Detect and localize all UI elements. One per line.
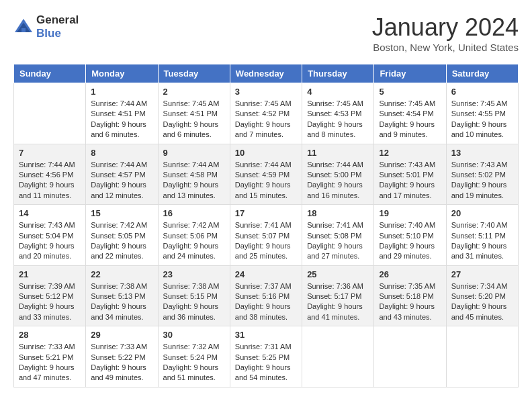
day-content: Sunrise: 7:44 AM Sunset: 4:56 PM Dayligh…	[19, 160, 81, 201]
day-number: 12	[379, 148, 441, 158]
title-area: January 2024 Boston, New York, United St…	[372, 13, 519, 53]
day-number: 2	[163, 87, 225, 97]
day-content: Sunrise: 7:38 AM Sunset: 5:13 PM Dayligh…	[91, 281, 152, 323]
day-content: Sunrise: 7:32 AM Sunset: 5:24 PM Dayligh…	[163, 342, 225, 383]
day-number: 19	[379, 208, 441, 218]
logo-text: General Blue	[36, 13, 79, 40]
day-content: Sunrise: 7:44 AM Sunset: 4:51 PM Dayligh…	[91, 99, 152, 140]
calendar-cell: 3Sunrise: 7:45 AM Sunset: 4:52 PM Daylig…	[230, 83, 302, 144]
calendar-cell: 27Sunrise: 7:34 AM Sunset: 5:20 PM Dayli…	[446, 265, 518, 326]
day-content: Sunrise: 7:37 AM Sunset: 5:16 PM Dayligh…	[235, 281, 297, 323]
day-number: 25	[307, 269, 369, 279]
calendar-cell	[446, 326, 518, 387]
calendar-cell: 14Sunrise: 7:43 AM Sunset: 5:04 PM Dayli…	[14, 205, 86, 266]
calendar-cell: 9Sunrise: 7:44 AM Sunset: 4:58 PM Daylig…	[158, 144, 230, 205]
day-number: 4	[307, 87, 369, 97]
day-number: 1	[91, 87, 152, 97]
day-content: Sunrise: 7:44 AM Sunset: 4:58 PM Dayligh…	[163, 160, 225, 201]
calendar-cell: 5Sunrise: 7:45 AM Sunset: 4:54 PM Daylig…	[374, 83, 446, 144]
calendar-cell: 8Sunrise: 7:44 AM Sunset: 4:57 PM Daylig…	[86, 144, 158, 205]
calendar-cell: 31Sunrise: 7:31 AM Sunset: 5:25 PM Dayli…	[230, 326, 302, 387]
day-number: 22	[91, 269, 152, 279]
day-content: Sunrise: 7:36 AM Sunset: 5:17 PM Dayligh…	[307, 281, 369, 323]
calendar-cell: 15Sunrise: 7:42 AM Sunset: 5:05 PM Dayli…	[86, 205, 158, 266]
day-content: Sunrise: 7:45 AM Sunset: 4:51 PM Dayligh…	[163, 99, 225, 140]
day-number: 21	[19, 269, 81, 279]
calendar-week-5: 28Sunrise: 7:33 AM Sunset: 5:21 PM Dayli…	[14, 326, 519, 387]
month-title: January 2024	[372, 13, 519, 42]
day-header-tuesday: Tuesday	[158, 64, 230, 83]
day-content: Sunrise: 7:44 AM Sunset: 4:57 PM Dayligh…	[91, 160, 152, 201]
logo-blue: Blue	[36, 27, 61, 40]
calendar-cell	[14, 83, 86, 144]
logo-general: General	[36, 13, 79, 26]
calendar-cell: 25Sunrise: 7:36 AM Sunset: 5:17 PM Dayli…	[302, 265, 374, 326]
calendar-cell: 28Sunrise: 7:33 AM Sunset: 5:21 PM Dayli…	[14, 326, 86, 387]
calendar-cell: 23Sunrise: 7:38 AM Sunset: 5:15 PM Dayli…	[158, 265, 230, 326]
day-content: Sunrise: 7:45 AM Sunset: 4:54 PM Dayligh…	[379, 99, 441, 140]
day-number: 27	[451, 269, 513, 279]
day-number: 5	[379, 87, 441, 97]
day-number: 23	[163, 269, 225, 279]
day-content: Sunrise: 7:35 AM Sunset: 5:18 PM Dayligh…	[379, 281, 441, 323]
day-header-sunday: Sunday	[14, 64, 86, 83]
day-content: Sunrise: 7:44 AM Sunset: 5:00 PM Dayligh…	[307, 160, 369, 201]
calendar-cell: 19Sunrise: 7:40 AM Sunset: 5:10 PM Dayli…	[374, 205, 446, 266]
day-number: 20	[451, 208, 513, 218]
day-content: Sunrise: 7:31 AM Sunset: 5:25 PM Dayligh…	[235, 342, 297, 383]
day-content: Sunrise: 7:45 AM Sunset: 4:53 PM Dayligh…	[307, 99, 369, 140]
calendar-cell: 17Sunrise: 7:41 AM Sunset: 5:07 PM Dayli…	[230, 205, 302, 266]
day-content: Sunrise: 7:33 AM Sunset: 5:22 PM Dayligh…	[91, 342, 152, 383]
day-number: 31	[235, 330, 297, 340]
calendar: SundayMondayTuesdayWednesdayThursdayFrid…	[13, 64, 519, 387]
day-number: 26	[379, 269, 441, 279]
calendar-cell: 22Sunrise: 7:38 AM Sunset: 5:13 PM Dayli…	[86, 265, 158, 326]
day-content: Sunrise: 7:42 AM Sunset: 5:06 PM Dayligh…	[163, 220, 225, 262]
calendar-cell: 6Sunrise: 7:45 AM Sunset: 4:55 PM Daylig…	[446, 83, 518, 144]
day-number: 18	[307, 208, 369, 218]
day-content: Sunrise: 7:40 AM Sunset: 5:11 PM Dayligh…	[451, 220, 513, 262]
day-content: Sunrise: 7:33 AM Sunset: 5:21 PM Dayligh…	[19, 342, 81, 383]
calendar-cell	[374, 326, 446, 387]
calendar-week-1: 1Sunrise: 7:44 AM Sunset: 4:51 PM Daylig…	[14, 83, 519, 144]
calendar-cell	[302, 326, 374, 387]
day-number: 14	[19, 208, 81, 218]
calendar-cell: 7Sunrise: 7:44 AM Sunset: 4:56 PM Daylig…	[14, 144, 86, 205]
day-content: Sunrise: 7:45 AM Sunset: 4:52 PM Dayligh…	[235, 99, 297, 140]
calendar-cell: 13Sunrise: 7:43 AM Sunset: 5:02 PM Dayli…	[446, 144, 518, 205]
day-content: Sunrise: 7:40 AM Sunset: 5:10 PM Dayligh…	[379, 220, 441, 262]
day-number: 29	[91, 330, 152, 340]
calendar-cell: 1Sunrise: 7:44 AM Sunset: 4:51 PM Daylig…	[86, 83, 158, 144]
header: General Blue January 2024 Boston, New Yo…	[13, 13, 519, 53]
day-content: Sunrise: 7:43 AM Sunset: 5:02 PM Dayligh…	[451, 160, 513, 201]
calendar-week-3: 14Sunrise: 7:43 AM Sunset: 5:04 PM Dayli…	[14, 205, 519, 266]
day-number: 13	[451, 148, 513, 158]
calendar-cell: 16Sunrise: 7:42 AM Sunset: 5:06 PM Dayli…	[158, 205, 230, 266]
day-header-thursday: Thursday	[302, 64, 374, 83]
calendar-cell: 30Sunrise: 7:32 AM Sunset: 5:24 PM Dayli…	[158, 326, 230, 387]
day-header-wednesday: Wednesday	[230, 64, 302, 83]
svg-rect-2	[21, 28, 26, 32]
day-number: 6	[451, 87, 513, 97]
day-content: Sunrise: 7:41 AM Sunset: 5:07 PM Dayligh…	[235, 220, 297, 262]
day-number: 30	[163, 330, 225, 340]
day-content: Sunrise: 7:45 AM Sunset: 4:55 PM Dayligh…	[451, 99, 513, 140]
day-number: 15	[91, 208, 152, 218]
calendar-cell: 26Sunrise: 7:35 AM Sunset: 5:18 PM Dayli…	[374, 265, 446, 326]
calendar-cell: 18Sunrise: 7:41 AM Sunset: 5:08 PM Dayli…	[302, 205, 374, 266]
calendar-cell: 21Sunrise: 7:39 AM Sunset: 5:12 PM Dayli…	[14, 265, 86, 326]
calendar-week-4: 21Sunrise: 7:39 AM Sunset: 5:12 PM Dayli…	[14, 265, 519, 326]
calendar-header-row: SundayMondayTuesdayWednesdayThursdayFrid…	[14, 64, 519, 83]
day-number: 7	[19, 148, 81, 158]
day-number: 3	[235, 87, 297, 97]
day-content: Sunrise: 7:42 AM Sunset: 5:05 PM Dayligh…	[91, 220, 152, 262]
calendar-week-2: 7Sunrise: 7:44 AM Sunset: 4:56 PM Daylig…	[14, 144, 519, 205]
day-header-friday: Friday	[374, 64, 446, 83]
calendar-cell: 29Sunrise: 7:33 AM Sunset: 5:22 PM Dayli…	[86, 326, 158, 387]
day-number: 10	[235, 148, 297, 158]
day-content: Sunrise: 7:41 AM Sunset: 5:08 PM Dayligh…	[307, 220, 369, 262]
logo: General Blue	[13, 13, 79, 40]
calendar-cell: 10Sunrise: 7:44 AM Sunset: 4:59 PM Dayli…	[230, 144, 302, 205]
day-content: Sunrise: 7:43 AM Sunset: 5:04 PM Dayligh…	[19, 220, 81, 262]
calendar-cell: 20Sunrise: 7:40 AM Sunset: 5:11 PM Dayli…	[446, 205, 518, 266]
